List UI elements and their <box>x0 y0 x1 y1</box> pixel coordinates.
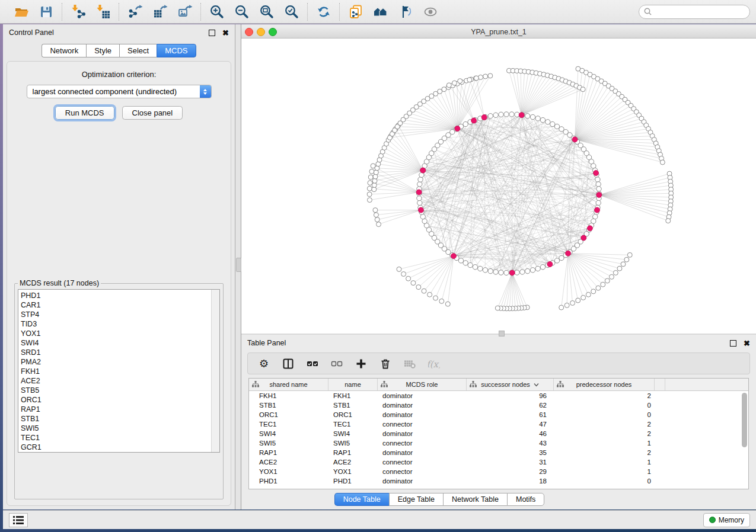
tab-style[interactable]: Style <box>86 44 119 57</box>
column-header-predecessor-nodes[interactable]: predecessor nodes <box>554 379 655 390</box>
network-node[interactable] <box>596 182 601 187</box>
network-node[interactable] <box>525 114 530 118</box>
table-row[interactable]: RAP1RAP1dominator352 <box>249 448 748 457</box>
mcds-node[interactable] <box>587 226 592 231</box>
mcds-node[interactable] <box>547 261 553 267</box>
network-node[interactable] <box>488 73 493 78</box>
mcds-result-item[interactable]: ORC1 <box>21 395 211 405</box>
network-node[interactable] <box>535 116 540 121</box>
network-node[interactable] <box>367 186 372 191</box>
mcds-result-item[interactable]: CAR1 <box>21 300 211 310</box>
network-node[interactable] <box>495 306 500 310</box>
mcds-node[interactable] <box>509 270 515 275</box>
network-node[interactable] <box>438 89 442 94</box>
zoom-out-button[interactable] <box>234 4 250 20</box>
network-node[interactable] <box>483 74 488 79</box>
network-node[interactable] <box>473 265 477 270</box>
network-node[interactable] <box>559 305 564 310</box>
network-node[interactable] <box>452 81 457 85</box>
network-node[interactable] <box>397 267 401 271</box>
clone-network-button[interactable] <box>347 4 364 20</box>
network-node[interactable] <box>369 169 374 174</box>
mcds-result-item[interactable]: FKH1 <box>21 367 211 376</box>
network-node[interactable] <box>596 187 601 191</box>
zoom-in-button[interactable] <box>209 4 225 20</box>
network-node[interactable] <box>493 113 498 117</box>
open-session-button[interactable] <box>13 4 30 20</box>
network-node[interactable] <box>377 222 381 227</box>
zoom-fit-button[interactable] <box>259 4 275 20</box>
mcds-result-item[interactable]: GCR1 <box>21 443 211 452</box>
network-node[interactable] <box>666 219 671 223</box>
network-node[interactable] <box>499 270 503 275</box>
close-panel-icon[interactable]: ✖ <box>222 30 229 36</box>
deselect-all-rows-button[interactable] <box>330 357 343 370</box>
table-row[interactable]: YOX1YOX1connector291 <box>249 467 748 476</box>
network-node[interactable] <box>609 274 614 279</box>
mcds-result-item[interactable]: PMA2 <box>21 357 211 367</box>
network-node[interactable] <box>373 174 378 179</box>
network-node[interactable] <box>463 121 468 126</box>
tab-mcds[interactable]: MCDS <box>157 44 196 57</box>
network-node[interactable] <box>601 282 605 287</box>
mcds-result-item[interactable]: RAP1 <box>21 405 211 414</box>
network-node[interactable] <box>550 121 555 126</box>
network-node[interactable] <box>576 298 580 303</box>
mcds-result-item[interactable]: STP4 <box>21 310 211 319</box>
mcds-node[interactable] <box>581 235 586 241</box>
table-scrollbar-thumb[interactable] <box>742 393 747 447</box>
network-node[interactable] <box>417 200 422 205</box>
network-node[interactable] <box>433 296 438 300</box>
float-panel-icon[interactable] <box>209 30 215 36</box>
mcds-node[interactable] <box>451 254 456 259</box>
network-node[interactable] <box>372 178 377 183</box>
network-node[interactable] <box>559 255 564 260</box>
network-node[interactable] <box>554 258 559 263</box>
table-float-icon[interactable] <box>730 340 736 347</box>
network-node[interactable] <box>554 124 559 129</box>
network-node[interactable] <box>367 192 372 197</box>
mcds-result-item[interactable]: ACE2 <box>21 376 211 386</box>
mcds-node[interactable] <box>420 168 426 173</box>
network-node[interactable] <box>540 265 545 270</box>
mcds-node[interactable] <box>519 113 524 118</box>
network-node[interactable] <box>499 112 503 117</box>
delete-columns-button[interactable] <box>379 357 392 370</box>
table-row[interactable]: FKH1FKH1dominator962 <box>249 391 748 400</box>
table-row[interactable]: PHD1PHD1dominator180 <box>249 476 748 486</box>
network-node[interactable] <box>525 268 530 273</box>
network-node[interactable] <box>483 268 487 273</box>
tab-edge-table[interactable]: Edge Table <box>389 493 443 506</box>
mcds-result-item[interactable]: STB5 <box>21 386 211 395</box>
network-node[interactable] <box>488 114 493 118</box>
network-node[interactable] <box>624 257 629 262</box>
mcds-result-item[interactable]: YOX1 <box>21 329 211 338</box>
network-node[interactable] <box>458 79 462 84</box>
network-node[interactable] <box>367 198 372 203</box>
mcds-node[interactable] <box>566 251 571 256</box>
network-node[interactable] <box>613 270 618 275</box>
network-node[interactable] <box>627 252 632 257</box>
network-node[interactable] <box>617 266 622 271</box>
network-node[interactable] <box>580 87 585 92</box>
export-network-button[interactable] <box>127 4 143 20</box>
run-mcds-button[interactable]: Run MCDS <box>55 106 114 120</box>
mcds-result-item[interactable]: SWI5 <box>21 424 211 433</box>
search-input[interactable] <box>655 7 745 17</box>
search-box[interactable] <box>639 5 750 19</box>
save-session-button[interactable] <box>38 4 55 20</box>
export-image-button[interactable] <box>177 4 193 20</box>
horizontal-splitter-grip[interactable] <box>499 331 505 336</box>
mcds-node[interactable] <box>471 118 477 123</box>
annotations-button[interactable] <box>397 4 414 20</box>
select-all-rows-button[interactable] <box>306 357 319 370</box>
network-node[interactable] <box>406 276 411 281</box>
network-node[interactable] <box>515 270 519 275</box>
tab-motifs[interactable]: Motifs <box>507 493 544 506</box>
network-node[interactable] <box>373 208 378 213</box>
mcds-result-item[interactable]: TID3 <box>21 319 211 329</box>
network-node[interactable] <box>621 262 626 267</box>
network-node[interactable] <box>458 258 463 263</box>
splitter-grip[interactable] <box>236 258 241 272</box>
network-node[interactable] <box>660 160 665 165</box>
